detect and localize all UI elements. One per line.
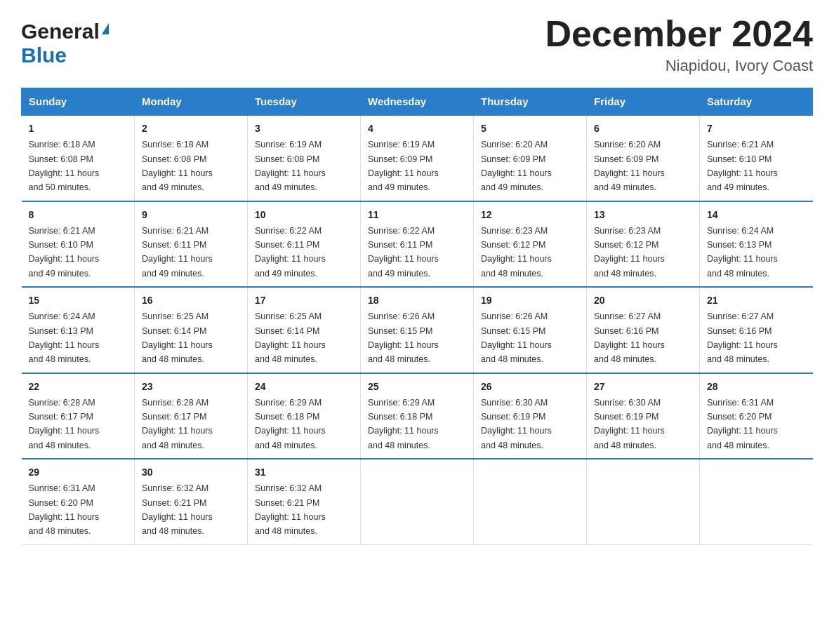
day-cell: 17Sunrise: 6:25 AMSunset: 6:14 PMDayligh… xyxy=(248,287,361,373)
header-friday: Friday xyxy=(587,88,700,116)
day-number: 10 xyxy=(255,208,353,222)
day-info: Sunrise: 6:32 AMSunset: 6:21 PMDaylight:… xyxy=(255,483,326,536)
logo-triangle-icon xyxy=(102,23,109,34)
header-wednesday: Wednesday xyxy=(361,88,474,116)
day-number: 19 xyxy=(481,293,579,308)
day-info: Sunrise: 6:27 AMSunset: 6:16 PMDaylight:… xyxy=(594,311,665,364)
logo-blue-text: Blue xyxy=(21,43,67,67)
day-number: 4 xyxy=(368,121,466,136)
day-cell: 24Sunrise: 6:29 AMSunset: 6:18 PMDayligh… xyxy=(248,373,361,459)
day-cell: 19Sunrise: 6:26 AMSunset: 6:15 PMDayligh… xyxy=(474,287,587,373)
day-number: 23 xyxy=(142,380,240,394)
day-cell: 3Sunrise: 6:19 AMSunset: 6:08 PMDaylight… xyxy=(248,115,361,201)
week-row-1: 1Sunrise: 6:18 AMSunset: 6:08 PMDaylight… xyxy=(22,115,813,201)
day-number: 8 xyxy=(29,208,128,222)
day-cell: 30Sunrise: 6:32 AMSunset: 6:21 PMDayligh… xyxy=(135,459,248,544)
day-number: 26 xyxy=(481,380,579,394)
day-info: Sunrise: 6:24 AMSunset: 6:13 PMDaylight:… xyxy=(29,311,100,364)
day-info: Sunrise: 6:27 AMSunset: 6:16 PMDaylight:… xyxy=(707,311,778,364)
day-number: 18 xyxy=(368,293,466,308)
day-info: Sunrise: 6:19 AMSunset: 6:08 PMDaylight:… xyxy=(255,140,326,192)
day-cell: 16Sunrise: 6:25 AMSunset: 6:14 PMDayligh… xyxy=(135,287,248,373)
location: Niapidou, Ivory Coast xyxy=(545,57,813,75)
day-info: Sunrise: 6:18 AMSunset: 6:08 PMDaylight:… xyxy=(29,140,100,192)
day-cell: 4Sunrise: 6:19 AMSunset: 6:09 PMDaylight… xyxy=(361,115,474,201)
day-number: 27 xyxy=(594,380,692,394)
day-info: Sunrise: 6:22 AMSunset: 6:11 PMDaylight:… xyxy=(368,226,439,279)
month-title: December 2024 xyxy=(545,14,813,54)
header-thursday: Thursday xyxy=(474,88,587,116)
day-cell: 15Sunrise: 6:24 AMSunset: 6:13 PMDayligh… xyxy=(22,287,135,373)
logo: General Blue xyxy=(21,20,109,67)
page-header: General Blue December 2024 Niapidou, Ivo… xyxy=(21,14,813,75)
day-number: 25 xyxy=(368,380,466,394)
day-info: Sunrise: 6:23 AMSunset: 6:12 PMDaylight:… xyxy=(594,226,665,279)
day-info: Sunrise: 6:18 AMSunset: 6:08 PMDaylight:… xyxy=(142,140,213,192)
calendar-table: SundayMondayTuesdayWednesdayThursdayFrid… xyxy=(21,88,813,545)
day-number: 9 xyxy=(142,208,240,222)
day-cell: 9Sunrise: 6:21 AMSunset: 6:11 PMDaylight… xyxy=(135,201,248,288)
day-number: 28 xyxy=(707,380,806,394)
day-number: 11 xyxy=(368,208,466,222)
day-cell: 21Sunrise: 6:27 AMSunset: 6:16 PMDayligh… xyxy=(700,287,813,373)
day-number: 5 xyxy=(481,121,579,136)
day-info: Sunrise: 6:26 AMSunset: 6:15 PMDaylight:… xyxy=(481,311,552,364)
day-info: Sunrise: 6:20 AMSunset: 6:09 PMDaylight:… xyxy=(594,140,665,192)
day-info: Sunrise: 6:19 AMSunset: 6:09 PMDaylight:… xyxy=(368,140,439,192)
day-info: Sunrise: 6:25 AMSunset: 6:14 PMDaylight:… xyxy=(142,311,213,364)
day-number: 14 xyxy=(707,208,806,222)
day-number: 7 xyxy=(707,121,806,136)
day-cell: 5Sunrise: 6:20 AMSunset: 6:09 PMDaylight… xyxy=(474,115,587,201)
day-number: 2 xyxy=(142,121,240,136)
day-cell: 27Sunrise: 6:30 AMSunset: 6:19 PMDayligh… xyxy=(587,373,700,459)
day-cell: 25Sunrise: 6:29 AMSunset: 6:18 PMDayligh… xyxy=(361,373,474,459)
day-number: 22 xyxy=(29,380,128,394)
day-info: Sunrise: 6:26 AMSunset: 6:15 PMDaylight:… xyxy=(368,311,439,364)
day-cell: 10Sunrise: 6:22 AMSunset: 6:11 PMDayligh… xyxy=(248,201,361,288)
day-info: Sunrise: 6:29 AMSunset: 6:18 PMDaylight:… xyxy=(255,398,326,450)
day-info: Sunrise: 6:29 AMSunset: 6:18 PMDaylight:… xyxy=(368,398,439,450)
day-cell: 13Sunrise: 6:23 AMSunset: 6:12 PMDayligh… xyxy=(587,201,700,288)
day-info: Sunrise: 6:22 AMSunset: 6:11 PMDaylight:… xyxy=(255,226,326,279)
day-info: Sunrise: 6:30 AMSunset: 6:19 PMDaylight:… xyxy=(481,398,552,450)
day-cell xyxy=(587,459,700,544)
day-number: 12 xyxy=(481,208,579,222)
day-cell: 23Sunrise: 6:28 AMSunset: 6:17 PMDayligh… xyxy=(135,373,248,459)
day-cell: 7Sunrise: 6:21 AMSunset: 6:10 PMDaylight… xyxy=(700,115,813,201)
day-number: 29 xyxy=(29,465,128,480)
day-info: Sunrise: 6:21 AMSunset: 6:11 PMDaylight:… xyxy=(142,226,213,279)
day-number: 31 xyxy=(255,465,353,480)
day-cell: 6Sunrise: 6:20 AMSunset: 6:09 PMDaylight… xyxy=(587,115,700,201)
day-cell xyxy=(474,459,587,544)
header-row: SundayMondayTuesdayWednesdayThursdayFrid… xyxy=(22,88,813,116)
day-info: Sunrise: 6:28 AMSunset: 6:17 PMDaylight:… xyxy=(142,398,213,450)
title-area: December 2024 Niapidou, Ivory Coast xyxy=(545,14,813,75)
day-number: 21 xyxy=(707,293,806,308)
calendar-header: SundayMondayTuesdayWednesdayThursdayFrid… xyxy=(22,88,813,116)
day-info: Sunrise: 6:30 AMSunset: 6:19 PMDaylight:… xyxy=(594,398,665,450)
header-sunday: Sunday xyxy=(22,88,135,116)
day-number: 24 xyxy=(255,380,353,394)
day-cell xyxy=(361,459,474,544)
week-row-4: 22Sunrise: 6:28 AMSunset: 6:17 PMDayligh… xyxy=(22,373,813,459)
day-number: 6 xyxy=(594,121,692,136)
day-info: Sunrise: 6:21 AMSunset: 6:10 PMDaylight:… xyxy=(29,226,100,279)
day-cell: 8Sunrise: 6:21 AMSunset: 6:10 PMDaylight… xyxy=(22,201,135,288)
calendar-body: 1Sunrise: 6:18 AMSunset: 6:08 PMDaylight… xyxy=(22,115,813,544)
day-info: Sunrise: 6:24 AMSunset: 6:13 PMDaylight:… xyxy=(707,226,778,279)
day-cell: 14Sunrise: 6:24 AMSunset: 6:13 PMDayligh… xyxy=(700,201,813,288)
day-cell: 11Sunrise: 6:22 AMSunset: 6:11 PMDayligh… xyxy=(361,201,474,288)
day-cell: 20Sunrise: 6:27 AMSunset: 6:16 PMDayligh… xyxy=(587,287,700,373)
day-number: 20 xyxy=(594,293,692,308)
day-cell: 1Sunrise: 6:18 AMSunset: 6:08 PMDaylight… xyxy=(22,115,135,201)
day-number: 1 xyxy=(29,121,128,136)
day-info: Sunrise: 6:31 AMSunset: 6:20 PMDaylight:… xyxy=(29,483,100,536)
week-row-5: 29Sunrise: 6:31 AMSunset: 6:20 PMDayligh… xyxy=(22,459,813,544)
header-tuesday: Tuesday xyxy=(248,88,361,116)
day-info: Sunrise: 6:20 AMSunset: 6:09 PMDaylight:… xyxy=(481,140,552,192)
day-number: 13 xyxy=(594,208,692,222)
day-info: Sunrise: 6:32 AMSunset: 6:21 PMDaylight:… xyxy=(142,483,213,536)
day-number: 30 xyxy=(142,465,240,480)
day-cell: 29Sunrise: 6:31 AMSunset: 6:20 PMDayligh… xyxy=(22,459,135,544)
day-number: 16 xyxy=(142,293,240,308)
